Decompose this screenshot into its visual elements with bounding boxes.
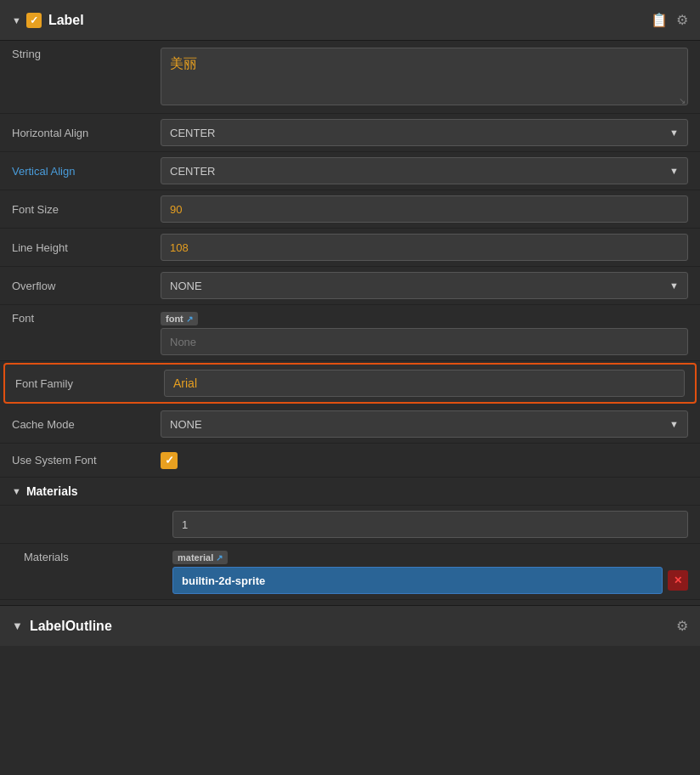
materials-section-header: ▼ Materials	[0, 478, 700, 506]
materials-section-title: Materials	[26, 484, 688, 498]
line-height-label: Line Height	[12, 241, 161, 254]
font-badge-text: font	[166, 314, 183, 324]
overflow-value: NONE ▼	[161, 272, 688, 299]
horizontal-align-label: Horizontal Align	[12, 127, 161, 139]
label-panel: ▼ Label 📋 ⚙ String ↘ Horizontal Align CE…	[0, 0, 700, 646]
overflow-row: Overflow NONE ▼	[0, 267, 700, 305]
external-link-icon[interactable]: ↗	[186, 314, 193, 324]
font-badge: font ↗	[161, 312, 688, 328]
use-system-font-label: Use System Font	[12, 454, 161, 467]
material-value-row: builtin-2d-sprite	[172, 567, 688, 594]
line-height-input[interactable]: 108	[161, 234, 688, 261]
vertical-align-label: Vertical Align	[12, 165, 161, 178]
material-badge-container: material ↗ builtin-2d-sprite	[172, 551, 688, 594]
materials-sub-row: Materials material ↗ builtin-2d-sprite	[0, 544, 700, 600]
font-none-text: None	[170, 336, 196, 348]
materials-count-value: 1	[172, 511, 688, 538]
materials-count-text: 1	[182, 518, 188, 531]
dropdown-arrow-icon-v: ▼	[669, 166, 679, 176]
font-value-wrapper: font ↗ None	[161, 312, 688, 355]
font-family-text: Arial	[173, 376, 197, 390]
font-family-row: Font Family Arial	[3, 363, 697, 404]
labeloutline-gear-icon[interactable]: ⚙	[676, 618, 688, 634]
dropdown-arrow-icon: ▼	[669, 127, 679, 138]
font-family-value: Arial	[164, 370, 685, 397]
use-system-font-value	[161, 452, 688, 469]
overflow-label: Overflow	[12, 280, 161, 292]
font-family-field[interactable]: Arial	[164, 370, 685, 397]
cache-mode-value: NONE ▼	[161, 410, 688, 438]
materials-collapse-icon[interactable]: ▼	[12, 486, 21, 496]
string-row: String ↘	[0, 41, 700, 114]
font-badge-container: font ↗ None	[161, 312, 688, 355]
label-enabled-checkbox[interactable]	[26, 13, 42, 28]
label-section-title: Label	[48, 13, 651, 28]
material-external-link-icon[interactable]: ↗	[216, 553, 223, 563]
properties-list: String ↘ Horizontal Align CENTER ▼ Verti…	[0, 41, 700, 600]
horizontal-align-dropdown[interactable]: CENTER ▼	[161, 119, 688, 146]
material-delete-button[interactable]	[668, 570, 688, 591]
use-system-font-checkbox-wrap	[161, 452, 688, 469]
string-textarea-wrapper: ↘	[161, 48, 688, 108]
font-label: Font	[12, 312, 161, 325]
gear-icon[interactable]: ⚙	[676, 12, 688, 28]
labeloutline-section-header: ▼ LabelOutline ⚙	[0, 605, 700, 646]
header-icons: 📋 ⚙	[651, 12, 688, 28]
collapse-arrow-icon[interactable]: ▼	[12, 15, 21, 25]
string-value-wrapper: ↘	[161, 48, 688, 108]
horizontal-align-selected: CENTER	[170, 127, 215, 139]
cache-mode-dropdown[interactable]: NONE ▼	[161, 410, 688, 438]
cache-mode-selected: NONE	[170, 418, 202, 431]
vertical-align-dropdown[interactable]: CENTER ▼	[161, 157, 688, 184]
dropdown-arrow-icon-c: ▼	[669, 419, 679, 429]
font-size-value: 90	[161, 195, 688, 223]
font-size-input[interactable]: 90	[161, 195, 688, 223]
label-section-header: ▼ Label 📋 ⚙	[0, 0, 700, 41]
vertical-align-value: CENTER ▼	[161, 157, 688, 184]
string-label: String	[12, 48, 161, 60]
font-size-label: Font Size	[12, 203, 161, 216]
materials-count-row: 1	[0, 506, 700, 544]
horizontal-align-value: CENTER ▼	[161, 119, 688, 146]
overflow-selected: NONE	[170, 280, 202, 292]
font-size-row: Font Size 90	[0, 190, 700, 229]
material-value-text: builtin-2d-sprite	[182, 574, 265, 587]
vertical-align-row: Vertical Align CENTER ▼	[0, 152, 700, 190]
materials-sub-label: Materials	[24, 551, 172, 563]
cache-mode-row: Cache Mode NONE ▼	[0, 405, 700, 444]
string-input[interactable]	[161, 48, 688, 105]
vertical-align-selected: CENTER	[170, 165, 215, 178]
font-family-label: Font Family	[15, 377, 164, 390]
font-none-field[interactable]: None	[161, 328, 688, 355]
resize-handle-icon: ↘	[679, 96, 686, 105]
material-value-field[interactable]: builtin-2d-sprite	[172, 567, 663, 594]
dropdown-arrow-icon-o: ▼	[669, 280, 679, 291]
materials-sub-value: material ↗ builtin-2d-sprite	[172, 551, 688, 594]
horizontal-align-row: Horizontal Align CENTER ▼	[0, 114, 700, 152]
labeloutline-title: LabelOutline	[30, 619, 676, 634]
material-badge-text: material	[178, 552, 213, 563]
use-system-font-row: Use System Font	[0, 444, 700, 478]
overflow-dropdown[interactable]: NONE ▼	[161, 272, 688, 299]
use-system-font-checkbox[interactable]	[161, 452, 178, 469]
labeloutline-collapse-icon[interactable]: ▼	[12, 619, 23, 632]
cache-mode-label: Cache Mode	[12, 418, 161, 431]
line-height-row: Line Height 108	[0, 229, 700, 267]
material-badge-wrap: material ↗	[172, 551, 688, 567]
font-row: Font font ↗ None	[0, 305, 700, 361]
materials-count-field[interactable]: 1	[172, 511, 688, 538]
line-height-value: 108	[161, 234, 688, 261]
copy-icon[interactable]: 📋	[651, 12, 668, 28]
